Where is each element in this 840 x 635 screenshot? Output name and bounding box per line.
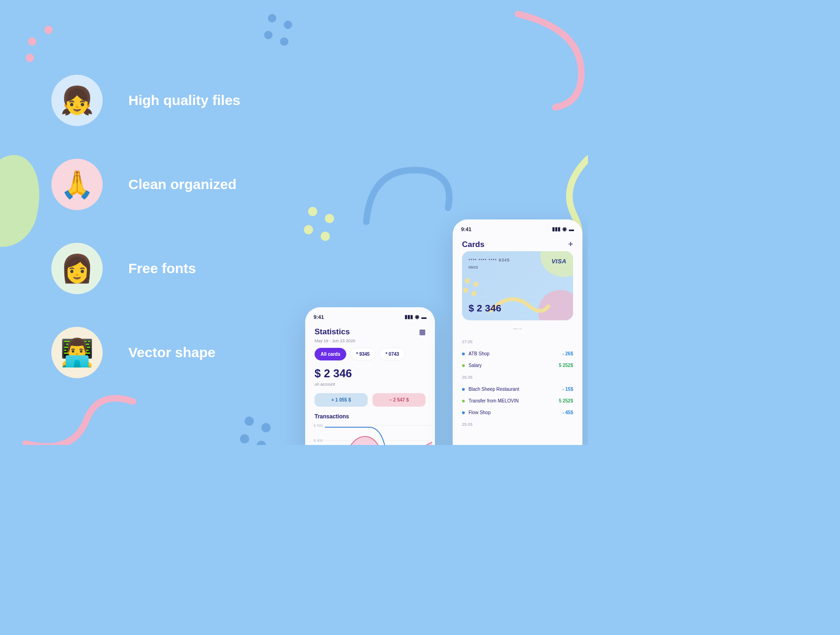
date-label: 25.05 xyxy=(462,422,573,427)
expense-pill[interactable]: − 2 547 $ xyxy=(372,393,426,407)
signal-icon: ▮▮▮ xyxy=(552,226,560,232)
status-time: 9:41 xyxy=(461,226,471,232)
chart-ylabel: $ 500 xyxy=(314,423,323,428)
deco-squiggle xyxy=(348,138,469,259)
avatar-emoji: 👨‍💻 xyxy=(60,337,94,368)
amount-subtitle: on account xyxy=(305,380,435,393)
deco-squiggle xyxy=(504,9,588,112)
phone-statistics: 9:41 ▮▮▮ ◉ ▬ Statistics ▦ May 19 - Jun 2… xyxy=(305,307,435,445)
deco-dot xyxy=(26,54,34,62)
feature-item: 🙏 Clean organized xyxy=(51,159,240,210)
deco-dot xyxy=(240,434,249,444)
signal-icon: ▮▮▮ xyxy=(405,314,413,320)
income-pill[interactable]: + 1 055 $ xyxy=(315,393,368,407)
deco-dot xyxy=(261,423,271,432)
battery-icon: ▬ xyxy=(569,226,574,232)
transaction-row[interactable]: Flow Shop- 45$ xyxy=(462,407,573,418)
card-balance: $ 2 346 xyxy=(469,303,501,314)
avatar-emoji: 👩 xyxy=(60,253,94,284)
txn-amount: - 26$ xyxy=(562,351,573,356)
feature-item: 👧 High quality files xyxy=(51,75,240,126)
chip-card-0743[interactable]: * 0743 xyxy=(379,348,405,360)
total-amount: $ 2 346 xyxy=(305,367,435,380)
screen-title: Statistics xyxy=(315,327,350,337)
deco-dot xyxy=(304,225,313,234)
transaction-row[interactable]: Salary5 252$ xyxy=(462,360,573,371)
avatar: 👨‍💻 xyxy=(51,327,103,378)
deco-dot xyxy=(280,37,288,46)
deco-squiggle xyxy=(16,383,138,445)
txn-name: ATB Shop xyxy=(469,351,490,356)
calendar-icon[interactable]: ▦ xyxy=(419,328,426,336)
category-dot xyxy=(462,411,465,414)
date-range: May 19 - Jun 23 2020 xyxy=(305,339,435,348)
date-label: 26.05 xyxy=(462,375,573,380)
txn-amount: 5 252$ xyxy=(559,398,573,403)
deco-dot xyxy=(28,37,36,46)
feature-label: Vector shape xyxy=(128,345,216,360)
feature-label: High quality files xyxy=(128,92,240,108)
deco-dot xyxy=(284,21,292,29)
card-deco xyxy=(465,278,470,283)
transaction-row[interactable]: Transfer from MELOVIN5 252$ xyxy=(462,395,573,407)
add-card-button[interactable]: + xyxy=(568,240,573,249)
txn-name: Salary xyxy=(469,363,482,368)
status-icons: ▮▮▮ ◉ ▬ xyxy=(405,314,427,320)
card-brand: VISA xyxy=(552,258,567,265)
feature-list: 👧 High quality files 🙏 Clean organized 👩… xyxy=(51,75,240,378)
transaction-list: 27.05 ATB Shop- 26$ Salary5 252$ 26.05 B… xyxy=(453,339,582,427)
battery-icon: ▬ xyxy=(421,314,427,320)
avatar: 🙏 xyxy=(51,159,103,210)
status-bar: 9:41 ▮▮▮ ◉ ▬ xyxy=(305,307,435,323)
status-time: 9:41 xyxy=(314,314,324,320)
category-dot xyxy=(462,364,465,367)
category-dot xyxy=(462,353,465,355)
transaction-row[interactable]: Blach Sheep Restaurant- 15$ xyxy=(462,383,573,395)
category-dot xyxy=(462,400,465,402)
screen-title: Cards xyxy=(462,240,484,249)
phone-cards: 9:41 ▮▮▮ ◉ ▬ Cards + **** **** **** 9345… xyxy=(453,219,582,445)
transaction-row[interactable]: ATB Shop- 26$ xyxy=(462,348,573,360)
deco-dot xyxy=(44,26,53,34)
deco-dot xyxy=(321,232,330,241)
feature-label: Clean organized xyxy=(128,176,237,192)
chip-all-cards[interactable]: All cards xyxy=(315,348,346,360)
deco-dot xyxy=(268,14,276,22)
feature-item: 👨‍💻 Vector shape xyxy=(51,327,240,378)
txn-name: Flow Shop xyxy=(469,410,490,415)
category-dot xyxy=(462,388,465,391)
txn-name: Transfer from MELOVIN xyxy=(469,398,518,403)
card-deco xyxy=(463,288,468,293)
transactions-chart: $ 500 $ 400 $ 300 $ 200 xyxy=(305,423,435,445)
feature-item: 👩 Free fonts xyxy=(51,243,240,294)
chart-ylabel: $ 400 xyxy=(314,438,323,443)
wifi-icon: ◉ xyxy=(562,226,567,232)
deco-dot xyxy=(257,441,266,445)
avatar-emoji: 🙏 xyxy=(60,169,94,200)
txn-name: Blach Sheep Restaurant xyxy=(469,387,519,392)
txn-amount: 5 252$ xyxy=(559,363,573,368)
avatar-emoji: 👧 xyxy=(60,85,94,116)
feature-label: Free fonts xyxy=(128,261,196,276)
date-label: 27.05 xyxy=(462,339,573,344)
txn-amount: - 45$ xyxy=(562,410,573,415)
txn-amount: - 15$ xyxy=(562,387,573,392)
card-deco xyxy=(473,282,478,287)
chip-card-9345[interactable]: * 9345 xyxy=(350,348,376,360)
deco-blob xyxy=(0,147,50,254)
card-pager: — – xyxy=(453,326,582,336)
deco-dot xyxy=(245,416,254,426)
deco-dot xyxy=(308,207,317,216)
deco-dot xyxy=(325,214,334,223)
avatar: 👩 xyxy=(51,243,103,294)
wifi-icon: ◉ xyxy=(415,314,420,320)
credit-card[interactable]: **** **** **** 9345 09/23 VISA $ 2 346 xyxy=(462,251,573,320)
card-deco xyxy=(471,291,476,296)
avatar: 👧 xyxy=(51,75,103,126)
transactions-title: Transactions xyxy=(305,413,435,423)
deco-dot xyxy=(264,31,273,39)
status-bar: 9:41 ▮▮▮ ◉ ▬ xyxy=(453,219,582,235)
status-icons: ▮▮▮ ◉ ▬ xyxy=(552,226,574,232)
